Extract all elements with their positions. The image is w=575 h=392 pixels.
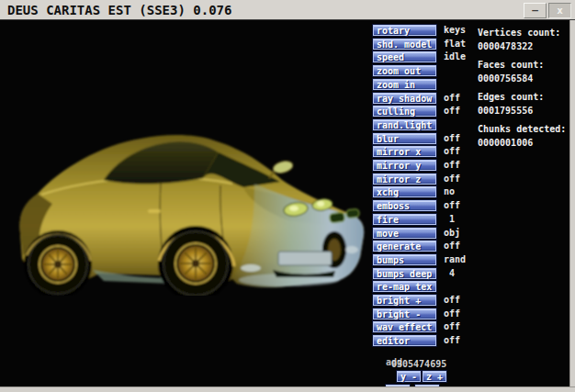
value-bright: off — [444, 308, 460, 319]
value-wav-effect: off — [444, 321, 460, 332]
window-title: DEUS CARITAS EST (SSE3) 0.076 — [7, 3, 231, 17]
value-mirror-x: off — [444, 146, 460, 157]
button-xchg[interactable]: xchg — [373, 186, 436, 197]
value-editor: off — [444, 335, 460, 346]
button-move[interactable]: move — [373, 228, 436, 239]
button-bright[interactable]: bright - — [373, 308, 436, 319]
button-mirror-x[interactable]: mirror x — [373, 146, 436, 157]
window-border-right — [569, 20, 575, 392]
stat-group-vertices-count: Vertices count:0000478322 — [478, 26, 569, 53]
value-generate: off — [444, 241, 460, 252]
stat-value: 0000001006 — [478, 136, 569, 150]
button-wav-effect[interactable]: wav effect — [373, 321, 436, 332]
value-ray-shadow: off — [444, 93, 460, 104]
car-render — [14, 130, 372, 296]
stat-value: 0000756584 — [478, 72, 569, 85]
stat-label: Chunks detected: — [478, 122, 569, 136]
stat-label: Edges count: — [478, 90, 569, 104]
axis-button-y[interactable]: y - — [397, 371, 421, 382]
value-speed: idle — [444, 51, 466, 62]
button-mirror-y[interactable]: mirror y — [373, 160, 436, 171]
button-bright[interactable]: bright + — [373, 295, 436, 306]
button-zoom-in[interactable]: zoom in — [373, 79, 436, 90]
value-bright: off — [444, 295, 460, 306]
value-rotary: keys — [444, 25, 466, 36]
render-canvas: rotarykeysshd. modelflatspeedidlezoom ou… — [0, 20, 575, 392]
stat-group-chunks-detected: Chunks detected:0000001006 — [478, 122, 569, 150]
value-move: obj — [444, 228, 460, 239]
button-bumps-deep[interactable]: bumps deep — [373, 268, 436, 279]
value-bumps-deep: 4 — [444, 268, 455, 279]
stat-value: 0001795556 — [478, 104, 569, 118]
minimize-icon: – — [532, 6, 538, 16]
value-fire: 1 — [444, 214, 455, 225]
value-bumps: rand — [444, 254, 466, 265]
stat-label: Faces count: — [478, 58, 569, 72]
address-value: 0305474695 — [391, 359, 446, 369]
window-border-bottom — [0, 386, 575, 392]
stat-group-faces-count: Faces count:0000756584 — [478, 58, 569, 85]
button-blur[interactable]: blur — [373, 133, 436, 144]
button-speed[interactable]: speed — [373, 51, 436, 62]
minimize-button[interactable]: – — [524, 3, 547, 18]
value-shd-model: flat — [444, 39, 466, 50]
value-mirror-y: off — [444, 160, 460, 171]
button-shd-model[interactable]: shd. model — [373, 39, 436, 50]
stat-group-edges-count: Edges count:0001795556 — [478, 90, 569, 118]
button-culling[interactable]: culling — [373, 106, 436, 117]
button-rotary[interactable]: rotary — [373, 25, 436, 36]
button-re-map-tex[interactable]: re-map tex — [373, 281, 436, 292]
app-window: DEUS CARITAS EST (SSE3) 0.076 – x — [0, 0, 575, 392]
value-emboss: off — [444, 200, 460, 211]
stat-label: Vertices count: — [478, 26, 569, 39]
button-emboss[interactable]: emboss — [373, 200, 436, 211]
button-generate[interactable]: generate — [373, 241, 436, 252]
button-mirror-z[interactable]: mirror z — [373, 174, 436, 185]
value-xchg: no — [444, 186, 455, 197]
address-readout: add 0305474695 — [386, 358, 468, 368]
button-bumps[interactable]: bumps — [373, 254, 436, 265]
title-bar[interactable]: DEUS CARITAS EST (SSE3) 0.076 – x — [0, 0, 575, 20]
close-icon: x — [557, 6, 563, 16]
button-rand-light[interactable]: rand.light — [373, 119, 436, 130]
button-zoom-out[interactable]: zoom out — [373, 65, 436, 76]
stats-panel: Vertices count:0000478322Faces count:000… — [478, 26, 569, 154]
button-editor[interactable]: editor — [373, 335, 436, 346]
value-culling: off — [444, 106, 460, 117]
value-mirror-z: off — [444, 174, 460, 185]
button-ray-shadow[interactable]: ray shadow — [373, 93, 436, 104]
stat-value: 0000478322 — [478, 39, 569, 53]
car-viewport[interactable] — [0, 20, 373, 392]
button-fire[interactable]: fire — [373, 214, 436, 225]
value-blur: off — [444, 133, 460, 144]
close-button[interactable]: x — [548, 3, 571, 18]
axis-button-z[interactable]: z + — [423, 371, 446, 382]
